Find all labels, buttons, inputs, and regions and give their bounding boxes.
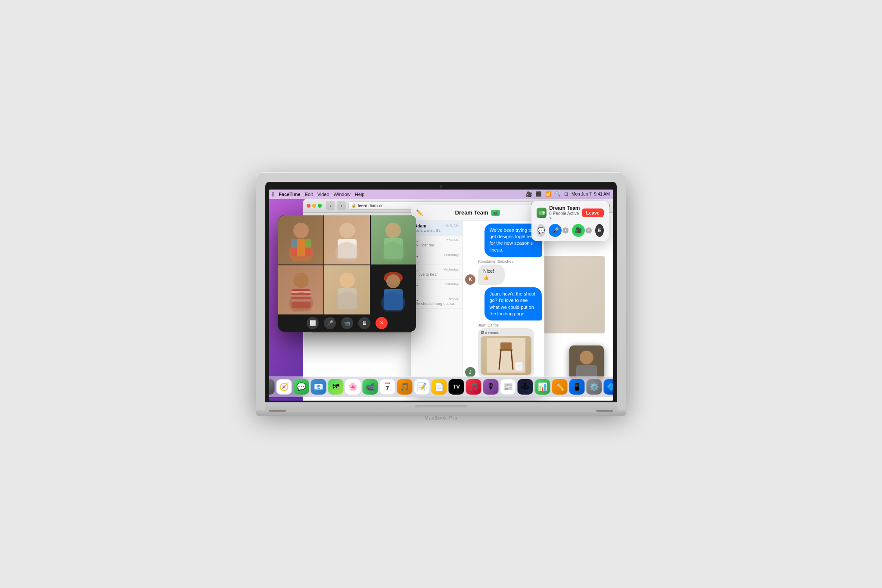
messages-split: Adam 9:41 AM dar's wallet, It's ... 7:34… [411,221,544,382]
close-button[interactable] [307,204,311,208]
dock-numbers[interactable]: 📊 [535,379,550,395]
macbook-base: MacBook Pro [256,410,626,416]
svg-point-25 [339,273,355,288]
dock-notes[interactable]: 📄 [432,379,447,395]
dock-appstore[interactable]: 📱 [569,379,585,395]
app-name[interactable]: FaceTime [279,192,301,197]
notif-header: Dream Team 6 People Active > Leave [537,205,604,221]
macbook-wrapper:  FaceTime Edit Video Window Help 🎥 ⬛ 📶 … [256,172,626,416]
conv-item-3[interactable]: ... Yesterday ... [411,250,462,265]
notif-video-dropdown[interactable]: ▾ [586,227,592,233]
chat-area: We've been trying to get designs togethe… [463,221,544,382]
ft-end-btn[interactable]: ✕ [376,317,388,329]
ft-video-btn[interactable]: 📹 [341,317,353,329]
dock-maps[interactable]: 🗺 [328,379,344,395]
dock-music[interactable]: 🎵 [466,379,481,395]
menu-video[interactable]: Video [317,192,329,197]
facetime-participant-6 [371,265,416,314]
dock-sysprefs[interactable]: ⚙️ [587,379,602,395]
svg-point-29 [386,274,400,288]
conv-item-2[interactable]: ... 7:34 AM nk I lost my [411,236,462,250]
dock-news[interactable]: 📰 [500,379,516,395]
messages-facetime-icon[interactable]: 📹 [491,210,500,216]
forward-button[interactable]: › [337,201,346,210]
facetime-controls: ⬜ 🎤 📹 🖥 ✕ [278,314,416,332]
ft-screen-btn[interactable]: ⬜ [307,317,319,329]
dock-launchpad[interactable]: ⣿ [269,379,275,395]
notif-subtitle: 6 People Active > [549,211,581,221]
dock-screens[interactable]: 🔷 [604,379,614,395]
apple-logo[interactable]:  [272,191,274,198]
menu-bar-right: 🎥 ⬛ 📶 🔍 ⊞ Mon Jun 7 9:41 AM [526,191,610,197]
compose-icon[interactable]: ✏️ [416,209,423,216]
conv-item-5[interactable]: ... Saturday ... [411,280,462,294]
conv-item-4[interactable]: ... Yesterday d love to hear [411,265,462,280]
dock-podcasts[interactable]: 🎙 [483,379,499,395]
notif-app-info: Dream Team 6 People Active > [537,205,582,221]
control-center-icon[interactable]: ⊞ [564,191,568,197]
menu-edit[interactable]: Edit [305,192,313,197]
svg-point-13 [339,223,355,238]
notif-message-btn[interactable]: 💬 [537,224,545,237]
notif-title: Dream Team [549,205,581,211]
chat-bubble-outgoing-2: Juan, how'd the shoot go? I'd love to se… [484,287,542,321]
fullscreen-button[interactable] [318,204,322,208]
dock-facetime[interactable]: 📹 [363,379,378,395]
dock-garageband[interactable]: 🎵 [397,379,413,395]
leave-button[interactable]: Leave [582,208,604,217]
dock-mail[interactable]: 📧 [311,379,326,395]
svg-rect-11 [305,239,311,248]
screen:  FaceTime Edit Video Window Help 🎥 ⬛ 📶 … [269,190,613,401]
dock-safari[interactable]: 🧭 [276,379,292,395]
minimize-button[interactable] [312,204,316,208]
date-time: Mon Jun 7 9:41 AM [571,192,610,196]
menu-bar-left:  FaceTime Edit Video Window Help [272,191,364,198]
macbook-foot-right [596,410,613,412]
macbook-feet [256,410,626,412]
conv-item-6[interactable]: ... 6/4/21 We should hang out soon! Let … [411,294,462,309]
dock-reminders[interactable]: 📝 [414,379,430,395]
dock-arcade[interactable]: 🕹 [518,379,533,395]
macbook-body:  FaceTime Edit Video Window Help 🎥 ⬛ 📶 … [256,172,626,410]
dock-photos[interactable]: 🌸 [345,379,361,395]
menu-help[interactable]: Help [355,192,365,197]
search-icon[interactable]: 🔍 [555,191,561,197]
notification-popup: Dream Team 6 People Active > Leave 💬 🎤 ▾ [531,201,609,241]
camera-notch [440,185,442,188]
photo-grid: ↑ [481,336,531,375]
dock-pages[interactable]: ✏️ [552,379,568,395]
ft-mic-btn[interactable]: 🎤 [324,317,336,329]
screen-bezel:  FaceTime Edit Video Window Help 🎥 ⬛ 📶 … [265,182,617,402]
notif-video-btn[interactable]: 🎥 [572,224,585,237]
ft-share-btn[interactable]: 🖥 [358,317,370,329]
dock-appletv[interactable]: TV [449,379,464,395]
messages-window: ✏️ Dream Team 📹 ℹ️ [411,205,544,396]
facetime-participant-4 [278,265,323,314]
messages-header-icons: ✏️ [416,209,423,216]
svg-point-19 [293,273,309,288]
sender-label-konstantin: Konstantin Babichev [478,259,513,264]
facetime-participant-2 [324,215,370,264]
chat-bubble-1-wrapper: We've been trying to get designs togethe… [465,224,542,257]
svg-point-16 [385,223,401,238]
conv-item-1[interactable]: Adam 9:41 AM dar's wallet, It's [411,221,462,236]
notif-mic-dropdown[interactable]: ▾ [562,227,568,233]
facetime-thumbnail [569,345,604,380]
facetime-participant-1 [278,215,323,264]
notif-app-icon [537,208,547,218]
dock-messages[interactable]: 💬 [294,379,309,395]
notif-mic-btn[interactable]: 🎤 [549,224,562,237]
menu-bar:  FaceTime Edit Video Window Help 🎥 ⬛ 📶 … [269,190,613,199]
back-button[interactable]: ‹ [326,201,335,210]
macbook-bottom [265,402,617,410]
menu-window[interactable]: Window [334,192,351,197]
notif-screen-btn[interactable]: 🖥 [595,224,604,237]
dock-calendar[interactable]: JUN 7 [380,379,395,395]
sender-label-juan: Juan Carlos [478,323,534,327]
photo-grid-bubble: 🖼 6 Photos [478,328,534,377]
facetime-menu-icon: 🎥 [526,191,532,197]
facetime-participant-3 [371,215,416,264]
messages-group-name: Dream Team [455,209,488,216]
svg-point-33 [580,351,593,364]
lock-icon: 🔒 [351,203,356,208]
